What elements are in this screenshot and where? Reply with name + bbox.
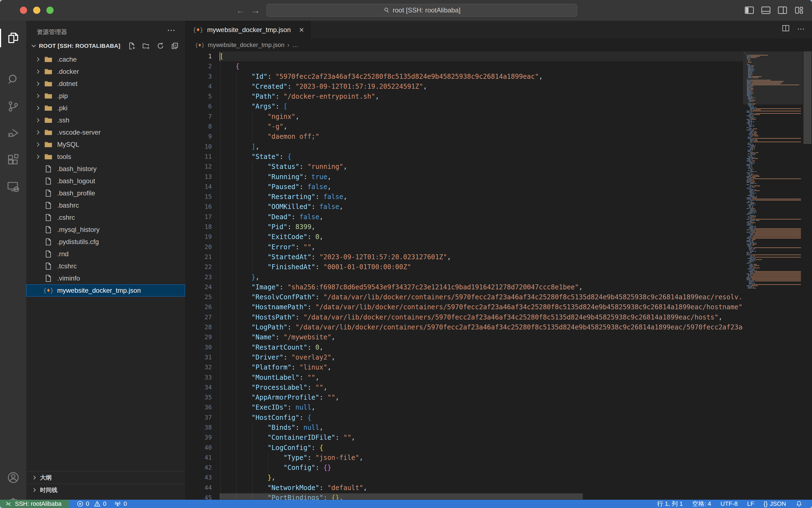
run-debug-icon[interactable] xyxy=(0,120,26,146)
tab-mywebsite-docker-tmp-json[interactable]: {♦} mywebsite_docker_tmp.json × xyxy=(185,21,312,39)
code-line[interactable]: 5 "Path": "/docker-entrypoint.sh", xyxy=(185,91,743,101)
window-close-button[interactable] xyxy=(20,7,27,14)
code-line[interactable]: 20 "Error": "", xyxy=(185,242,743,252)
tree-item--rnd[interactable]: .rnd xyxy=(26,248,185,260)
code-line[interactable]: 16 "OOMKilled": false, xyxy=(185,202,743,212)
code-line[interactable]: 15 "Restarting": false, xyxy=(185,192,743,202)
code-editor[interactable]: 1[2 {3 "Id": "5970fecc2af23a46af34c25280… xyxy=(185,51,743,500)
code-line[interactable]: 43 }, xyxy=(185,473,743,482)
tree-item--bashrc[interactable]: .bashrc xyxy=(26,199,185,211)
code-line[interactable]: 3 "Id": "5970fecc2af23a46af34c25280f8c51… xyxy=(185,72,743,82)
new-file-icon[interactable] xyxy=(127,41,136,51)
code-line[interactable]: 30 "RestartCount": 0, xyxy=(185,342,743,352)
window-minimize-button[interactable] xyxy=(33,7,40,14)
tree-item--bash-history[interactable]: .bash_history xyxy=(26,163,185,175)
extensions-icon[interactable] xyxy=(0,146,26,173)
refresh-icon[interactable] xyxy=(156,41,165,51)
outline-section-header[interactable]: 大纲 xyxy=(26,471,185,484)
code-line[interactable]: 25 "ResolvConfPath": "/data/var/lib/dock… xyxy=(185,292,743,302)
tree-item--ssh[interactable]: .ssh xyxy=(26,114,185,126)
editor-more-actions-icon[interactable]: ⋯ xyxy=(797,24,805,34)
ports-indicator[interactable]: 0 xyxy=(114,500,127,507)
code-line[interactable]: 27 "HostsPath": "/data/var/lib/docker/co… xyxy=(185,312,743,322)
tree-item--pydistutils-cfg[interactable]: .pydistutils.cfg xyxy=(26,236,185,248)
indentation[interactable]: 空格: 4 xyxy=(692,500,711,508)
code-line[interactable]: 41 "Type": "json-file", xyxy=(185,453,743,463)
explorer-icon[interactable] xyxy=(0,25,26,51)
code-line[interactable]: 22 "FinishedAt": "0001-01-01T00:00:00Z" xyxy=(185,262,743,272)
code-line[interactable]: 42 "Config": {} xyxy=(185,463,743,473)
code-line[interactable]: 7 "nginx", xyxy=(185,112,743,122)
sidebar-more-actions-icon[interactable]: ⋯ xyxy=(167,25,176,35)
new-folder-icon[interactable] xyxy=(141,41,151,51)
vertical-scrollbar-thumb[interactable] xyxy=(803,51,811,144)
accounts-icon[interactable] xyxy=(0,464,26,491)
code-line[interactable]: 1[ xyxy=(185,51,743,61)
code-line[interactable]: 24 "Image": "sha256:f6987c8d6ed59543e9f3… xyxy=(185,282,743,292)
breadcrumb-symbol[interactable]: … xyxy=(292,41,298,49)
tree-item-mywebsite-docker-tmp-json[interactable]: {♦}mywebsite_docker_tmp.json xyxy=(26,284,185,297)
minimap-viewport[interactable] xyxy=(743,51,803,104)
tree-item--bash-profile[interactable]: .bash_profile xyxy=(26,187,185,199)
vertical-scrollbar[interactable] xyxy=(803,51,812,500)
language-mode[interactable]: {}JSON xyxy=(764,500,786,507)
code-line[interactable]: 19 "ExitCode": 0, xyxy=(185,232,743,242)
tree-item--bash-logout[interactable]: .bash_logout xyxy=(26,175,185,187)
code-line[interactable]: 18 "Pid": 8399, xyxy=(185,222,743,232)
tree-item--mysql-history[interactable]: .mysql_history xyxy=(26,224,185,236)
code-line[interactable]: 11 "State": { xyxy=(185,152,743,162)
code-line[interactable]: 13 "Running": true, xyxy=(185,172,743,182)
code-line[interactable]: 2 { xyxy=(185,61,743,71)
code-line[interactable]: 36 "ExecIDs": null, xyxy=(185,403,743,412)
cursor-position[interactable]: 行 1, 列 1 xyxy=(657,500,683,508)
tree-item--docker[interactable]: .docker xyxy=(26,66,185,78)
code-line[interactable]: 4 "Created": "2023-09-12T01:57:19.205224… xyxy=(185,82,743,91)
timeline-section-header[interactable]: 时间线 xyxy=(26,484,185,496)
tree-item--cache[interactable]: .cache xyxy=(26,53,185,66)
remote-indicator[interactable]: SSH: rootAlibaba xyxy=(0,500,69,508)
code-line[interactable]: 14 "Paused": false, xyxy=(185,182,743,192)
remote-explorer-icon[interactable] xyxy=(0,174,26,200)
window-maximize-button[interactable] xyxy=(46,7,54,14)
code-line[interactable]: 12 "Status": "running", xyxy=(185,162,743,172)
code-line[interactable]: 28 "LogPath": "/data/var/lib/docker/cont… xyxy=(185,322,743,332)
back-arrow-icon[interactable]: ← xyxy=(234,4,247,16)
code-line[interactable]: 40 "LogConfig": { xyxy=(185,443,743,453)
tree-item-MySQL[interactable]: MySQL xyxy=(26,138,185,151)
tree-item--viminfo[interactable]: .viminfo xyxy=(26,272,185,284)
horizontal-scrollbar[interactable] xyxy=(220,493,583,499)
encoding[interactable]: UTF-8 xyxy=(721,500,738,507)
forward-arrow-icon[interactable]: → xyxy=(249,4,262,16)
code-line[interactable]: 35 "AppArmorProfile": "", xyxy=(185,392,743,403)
tree-item--vscode-server[interactable]: .vscode-server xyxy=(26,126,185,138)
explorer-section-header[interactable]: ROOT [SSH: ROOTALIBABA] xyxy=(26,40,185,52)
problems-indicator[interactable]: 0 0 xyxy=(77,500,107,507)
code-line[interactable]: 34 "ProcessLabel": "", xyxy=(185,383,743,392)
tree-item-tools[interactable]: tools xyxy=(26,151,185,163)
source-control-icon[interactable] xyxy=(0,93,26,119)
tree-item--pip[interactable]: .pip xyxy=(26,90,185,102)
code-line[interactable]: 17 "Dead": false, xyxy=(185,212,743,222)
split-editor-icon[interactable] xyxy=(781,24,790,34)
eol-indicator[interactable]: LF xyxy=(747,500,754,507)
code-line[interactable]: 8 "-g", xyxy=(185,122,743,132)
tree-item--cshrc[interactable]: .cshrc xyxy=(26,211,185,224)
toggle-primary-sidebar-icon[interactable] xyxy=(744,5,755,15)
code-line[interactable]: 10 ], xyxy=(185,142,743,152)
code-line[interactable]: 21 "StartedAt": "2023-09-12T01:57:20.023… xyxy=(185,252,743,262)
code-line[interactable]: 23 }, xyxy=(185,272,743,282)
search-icon[interactable] xyxy=(0,66,26,93)
code-line[interactable]: 29 "Name": "/mywebsite", xyxy=(185,332,743,342)
code-line[interactable]: 32 "Platform": "linux", xyxy=(185,362,743,372)
code-line[interactable]: 6 "Args": [ xyxy=(185,101,743,112)
breadcrumb-file[interactable]: mywebsite_docker_tmp.json xyxy=(208,41,284,49)
toggle-panel-icon[interactable] xyxy=(761,5,771,15)
minimap[interactable] xyxy=(743,51,803,500)
notifications-bell-icon[interactable] xyxy=(796,500,803,507)
code-line[interactable]: 39 "ContainerIDFile": "", xyxy=(185,432,743,442)
tree-item--tcshrc[interactable]: .tcshrc xyxy=(26,260,185,272)
code-line[interactable]: 38 "Binds": null, xyxy=(185,423,743,432)
toggle-secondary-sidebar-icon[interactable] xyxy=(777,5,788,15)
command-center-search[interactable]: root [SSH: rootAlibaba] xyxy=(267,4,577,16)
tab-close-icon[interactable]: × xyxy=(297,25,306,35)
